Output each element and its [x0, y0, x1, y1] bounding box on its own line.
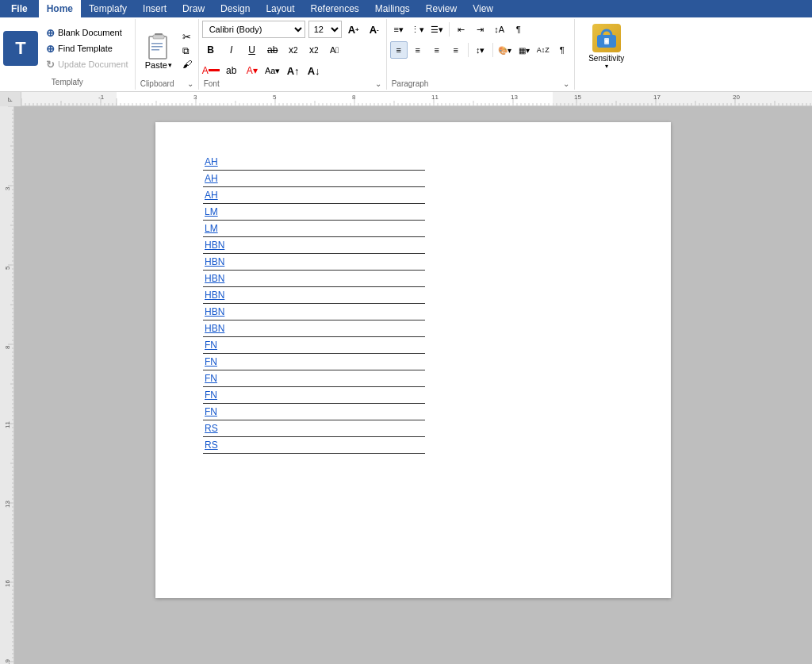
- increase-indent-button[interactable]: ⇥: [472, 21, 489, 38]
- justify-button[interactable]: ≡: [447, 41, 465, 59]
- shrink-text-button[interactable]: A↓: [305, 62, 323, 79]
- clipboard-group-bottom: Clipboard ⌄: [139, 79, 195, 88]
- strikethrough-button[interactable]: ab: [264, 41, 282, 59]
- ruler-corner[interactable]: ⊾: [0, 92, 21, 106]
- table-row[interactable]: HBN: [203, 254, 425, 271]
- clipboard-expand-button[interactable]: ⌄: [187, 79, 193, 88]
- grow-text-button[interactable]: A↑: [285, 62, 302, 79]
- menu-references[interactable]: References: [302, 0, 366, 17]
- menu-mailings[interactable]: Mailings: [367, 0, 418, 17]
- document-area[interactable]: AHAHAHLMLMHBNHBNHBNHBNHBNHBNFNFNFNFNFNRS…: [14, 106, 812, 664]
- align-right-button[interactable]: ≡: [428, 41, 446, 59]
- table-row[interactable]: HBN: [203, 271, 425, 287]
- table-row[interactable]: RS: [203, 437, 425, 454]
- font-expand-button[interactable]: ⌄: [375, 79, 381, 88]
- table-row[interactable]: AH: [203, 154, 425, 171]
- font-group: Calibri (Body) 12 A+ A- B I U ab x2 x2 A…: [199, 19, 387, 90]
- paste-icon: [147, 30, 170, 60]
- multilevel-button[interactable]: ☰▾: [428, 21, 446, 38]
- paragraph-group-label: Paragraph: [392, 79, 429, 88]
- menu-insert[interactable]: Insert: [135, 0, 174, 17]
- paste-button[interactable]: Paste ▾: [139, 29, 178, 71]
- ruler-corner-icon: ⊾: [7, 95, 13, 103]
- table-row[interactable]: HBN: [203, 304, 425, 320]
- font-name-select[interactable]: Calibri (Body): [202, 21, 305, 38]
- blank-document-button[interactable]: ⊕ Blank Document: [43, 25, 132, 40]
- clear-format-button[interactable]: A⃝: [326, 41, 343, 59]
- clipboard-group-label: Clipboard: [140, 79, 174, 88]
- subscript-button[interactable]: x2: [285, 41, 302, 59]
- sensitivity-icon: [592, 24, 621, 52]
- table-row[interactable]: FN: [203, 354, 425, 370]
- align-center-button[interactable]: ≡: [409, 41, 427, 59]
- decrease-font-button[interactable]: A-: [366, 21, 383, 38]
- paragraph-expand-button[interactable]: ⌄: [563, 79, 569, 88]
- menu-file[interactable]: File: [0, 0, 39, 17]
- increase-font-button[interactable]: A+: [345, 21, 362, 38]
- table-row[interactable]: LM: [203, 221, 425, 237]
- menu-layout[interactable]: Layout: [258, 0, 302, 17]
- line-spacing-button[interactable]: ↕▾: [472, 41, 489, 59]
- decrease-indent-button[interactable]: ⇤: [453, 21, 470, 38]
- paragraph-mark-button[interactable]: ¶: [553, 41, 571, 59]
- case-button[interactable]: Aa▾: [264, 62, 282, 79]
- font-group-bottom: Font ⌄: [202, 79, 383, 88]
- menu-design[interactable]: Design: [213, 0, 258, 17]
- table-row[interactable]: RS: [203, 420, 425, 437]
- menu-templafy[interactable]: Templafy: [81, 0, 135, 17]
- update-doc-icon: ↻: [46, 59, 55, 71]
- sort-button[interactable]: ↕A: [491, 21, 508, 38]
- cut-button[interactable]: ✂: [180, 30, 194, 44]
- copy-button[interactable]: ⧉: [180, 44, 194, 57]
- show-marks-button[interactable]: ¶: [510, 21, 527, 38]
- format-painter-icon: 🖌: [182, 59, 192, 70]
- menu-review[interactable]: Review: [418, 0, 465, 17]
- bold-button[interactable]: B: [202, 41, 220, 59]
- templafy-logo[interactable]: T: [3, 31, 38, 66]
- update-document-button[interactable]: ↻ Update Document: [43, 57, 132, 72]
- italic-button[interactable]: I: [223, 41, 240, 59]
- clipboard-group: Paste ▾ ✂ ⧉ 🖌: [136, 19, 199, 90]
- underline-button[interactable]: U: [243, 41, 261, 59]
- sensitivity-dropdown-icon[interactable]: ▾: [605, 63, 608, 70]
- update-doc-label: Update Document: [58, 59, 128, 69]
- table-row[interactable]: AH: [203, 187, 425, 204]
- find-template-label: Find Template: [58, 44, 113, 53]
- table-row[interactable]: LM: [203, 204, 425, 221]
- vertical-ruler: [0, 106, 14, 664]
- font-size-select[interactable]: 12: [308, 21, 342, 38]
- document-table: AHAHAHLMLMHBNHBNHBNHBNHBNHBNFNFNFNFNFNRS…: [203, 154, 425, 454]
- find-template-button[interactable]: ⊕ Find Template: [43, 41, 132, 56]
- sensitivity-button[interactable]: Sensitivity ▾: [579, 21, 634, 73]
- table-row[interactable]: FN: [203, 337, 425, 354]
- bullets-button[interactable]: ≡▾: [390, 21, 408, 38]
- format-painter-button[interactable]: 🖌: [180, 58, 194, 71]
- table-row[interactable]: FN: [203, 370, 425, 387]
- table-row[interactable]: HBN: [203, 320, 425, 337]
- font-color-button[interactable]: A: [202, 62, 220, 79]
- numbering-button[interactable]: ⋮▾: [409, 21, 427, 38]
- table-row[interactable]: FN: [203, 387, 425, 404]
- align-left-button[interactable]: ≡: [390, 41, 408, 59]
- table-row[interactable]: FN: [203, 404, 425, 420]
- document-page: AHAHAHLMLMHBNHBNHBNHBNHBNHBNFNFNFNFNFNRS…: [155, 122, 671, 598]
- table-row[interactable]: HBN: [203, 287, 425, 304]
- templafy-group-label: Templafy: [3, 78, 132, 88]
- highlight-button[interactable]: ab: [223, 62, 240, 79]
- table-row[interactable]: HBN: [203, 237, 425, 254]
- text-color-button[interactable]: A▾: [243, 62, 261, 79]
- shading-button[interactable]: 🎨▾: [496, 41, 514, 59]
- ruler-canvas: [21, 92, 812, 106]
- table-row[interactable]: AH: [203, 171, 425, 187]
- font-group-label: Font: [204, 79, 220, 88]
- menu-home[interactable]: Home: [39, 0, 81, 17]
- paste-dropdown-icon[interactable]: ▾: [168, 61, 172, 69]
- sort-az-button[interactable]: A↕Z: [534, 41, 552, 59]
- svg-point-9: [605, 40, 608, 43]
- menu-draw[interactable]: Draw: [174, 0, 213, 17]
- superscript-button[interactable]: x2: [305, 41, 323, 59]
- menu-view[interactable]: View: [465, 0, 501, 17]
- ribbon: T ⊕ Blank Document ⊕ Find Template ↻ Upd…: [0, 17, 812, 92]
- borders-button[interactable]: ▦▾: [515, 41, 533, 59]
- sensitivity-group: Sensitivity ▾: [575, 19, 638, 90]
